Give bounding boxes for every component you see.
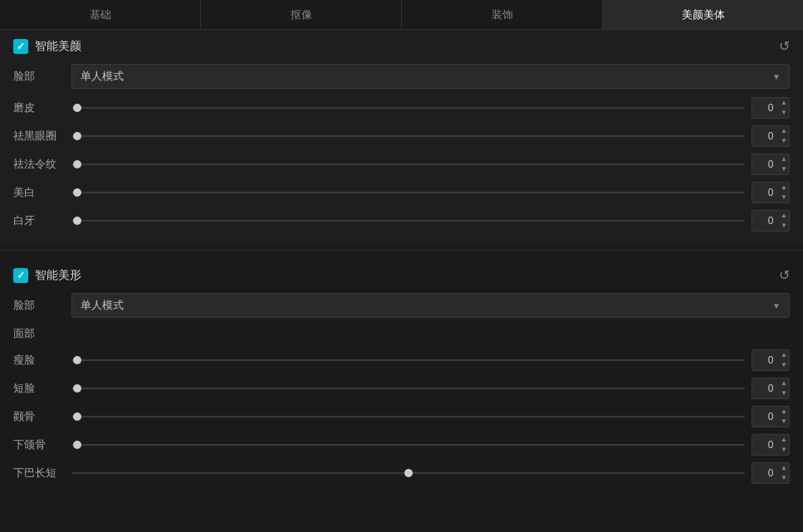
beauty-face-section: 智能美颜 ↺ 脸部 单人模式 ▼ 磨皮 0 ▲ <box>0 30 803 246</box>
section1-slider-4: 白牙 0 ▲ ▼ <box>13 210 790 232</box>
value-1: 0 <box>768 131 774 141</box>
label-xiabachang: 下巴长短 <box>13 466 71 481</box>
value-box-2: 0 ▲ ▼ <box>752 154 790 175</box>
value-s1: 0 <box>768 383 774 393</box>
track-3 <box>71 192 745 193</box>
thumb-0[interactable] <box>73 104 81 112</box>
value-3: 0 <box>768 188 774 198</box>
label-duanlian: 短脸 <box>13 381 71 396</box>
section1-header: 智能美颜 ↺ <box>13 38 790 54</box>
thumb-s0[interactable] <box>73 356 81 364</box>
thumb-s2[interactable] <box>73 412 81 421</box>
tab-beauty[interactable]: 美颜美体 <box>603 0 803 29</box>
tab-basics[interactable]: 基础 <box>0 0 201 29</box>
section1-title: 智能美颜 <box>35 39 81 54</box>
section1-slider-2: 祛法令纹 0 ▲ ▼ <box>13 154 790 175</box>
value-0: 0 <box>768 103 774 113</box>
track-s3 <box>71 444 745 446</box>
dropdown2-arrow: ▼ <box>772 301 781 310</box>
label-xiahegu: 下颌骨 <box>13 437 71 452</box>
thumb-1[interactable] <box>73 132 81 140</box>
tab-bar: 基础 抠像 装饰 美颜美体 <box>0 0 803 30</box>
track-wrap-4 <box>71 212 745 229</box>
section1-face-label: 脸部 <box>13 69 71 84</box>
section2-reset-icon[interactable]: ↺ <box>779 267 790 283</box>
value-box-s3: 0 ▲ ▼ <box>752 434 790 456</box>
section2-slider-2: 颧骨 0 ▲ ▼ <box>13 406 790 427</box>
track-2 <box>71 164 745 165</box>
value-box-0: 0 ▲ ▼ <box>752 97 790 119</box>
section1-slider-1: 祛黑眼圈 0 ▲ ▼ <box>13 125 790 147</box>
thumb-2[interactable] <box>73 160 81 168</box>
sub-section-label: 面部 <box>13 326 790 341</box>
label-meibai: 美白 <box>13 185 71 200</box>
track-wrap-s2 <box>71 408 745 425</box>
track-wrap-s0 <box>71 352 745 368</box>
value-s4: 0 <box>768 468 774 478</box>
track-wrap-1 <box>71 128 745 144</box>
value-s0: 0 <box>768 355 774 365</box>
track-s4 <box>71 472 745 474</box>
track-wrap-2 <box>71 156 745 173</box>
section2-header: 智能美形 ↺ <box>13 267 790 283</box>
track-4 <box>71 220 745 222</box>
track-wrap-s3 <box>71 437 745 453</box>
section2-title-left: 智能美形 <box>13 268 81 283</box>
value-box-4: 0 ▲ ▼ <box>752 210 790 232</box>
value-box-s0: 0 ▲ ▼ <box>752 349 790 371</box>
track-s1 <box>71 388 745 389</box>
section1-title-left: 智能美颜 <box>13 39 81 54</box>
thumb-s1[interactable] <box>73 384 81 393</box>
value-2: 0 <box>768 159 774 169</box>
beauty-body-section: 智能美形 ↺ 脸部 单人模式 ▼ 面部 瘦脸 0 <box>0 259 803 499</box>
thumb-s3[interactable] <box>73 441 81 449</box>
dropdown1-arrow: ▼ <box>772 72 781 81</box>
tab-decoration[interactable]: 装饰 <box>402 0 603 29</box>
section2-slider-3: 下颌骨 0 ▲ ▼ <box>13 434 790 456</box>
section2-slider-1: 短脸 0 ▲ ▼ <box>13 378 790 399</box>
value-4: 0 <box>768 216 774 226</box>
section2-slider-0: 瘦脸 0 ▲ ▼ <box>13 349 790 371</box>
section2-face-row: 脸部 单人模式 ▼ <box>13 293 790 318</box>
value-s2: 0 <box>768 412 774 422</box>
tab-keying[interactable]: 抠像 <box>201 0 402 29</box>
label-baishe: 白牙 <box>13 213 71 228</box>
track-s2 <box>71 416 745 417</box>
track-s0 <box>71 359 745 361</box>
section1-checkbox[interactable] <box>13 39 28 54</box>
section1-reset-icon[interactable]: ↺ <box>779 38 790 54</box>
track-0 <box>71 107 745 109</box>
section2-face-label: 脸部 <box>13 298 71 313</box>
value-box-1: 0 ▲ ▼ <box>752 125 790 147</box>
section2-slider-4: 下巴长短 0 ▲ ▼ <box>13 462 790 484</box>
section1-slider-3: 美白 0 ▲ ▼ <box>13 182 790 203</box>
label-quhei: 祛黑眼圈 <box>13 129 71 144</box>
section2-face-dropdown[interactable]: 单人模式 ▼ <box>71 293 790 318</box>
thumb-3[interactable] <box>73 188 81 197</box>
track-wrap-0 <box>71 100 745 116</box>
track-wrap-s4 <box>71 465 745 481</box>
value-s3: 0 <box>768 440 774 450</box>
label-mopi: 磨皮 <box>13 100 71 115</box>
track-wrap-s1 <box>71 380 745 397</box>
track-1 <box>71 135 745 137</box>
section1-face-row: 脸部 单人模式 ▼ <box>13 64 790 89</box>
value-box-s2: 0 ▲ ▼ <box>752 406 790 427</box>
value-box-s4: 0 ▲ ▼ <box>752 462 790 484</box>
thumb-s4[interactable] <box>404 469 413 477</box>
label-shoulian: 瘦脸 <box>13 353 71 368</box>
label-qufa: 祛法令纹 <box>13 157 71 172</box>
thumb-4[interactable] <box>73 217 81 225</box>
section1-slider-0: 磨皮 0 ▲ ▼ <box>13 97 790 119</box>
section2-title: 智能美形 <box>35 268 81 283</box>
section1-face-dropdown[interactable]: 单人模式 ▼ <box>71 64 790 89</box>
track-wrap-3 <box>71 184 745 201</box>
section2-checkbox[interactable] <box>13 268 28 283</box>
content-area: 智能美颜 ↺ 脸部 单人模式 ▼ 磨皮 0 ▲ <box>0 30 803 532</box>
label-quanggu: 颧骨 <box>13 409 71 424</box>
value-box-3: 0 ▲ ▼ <box>752 182 790 203</box>
value-box-s1: 0 ▲ ▼ <box>752 378 790 399</box>
